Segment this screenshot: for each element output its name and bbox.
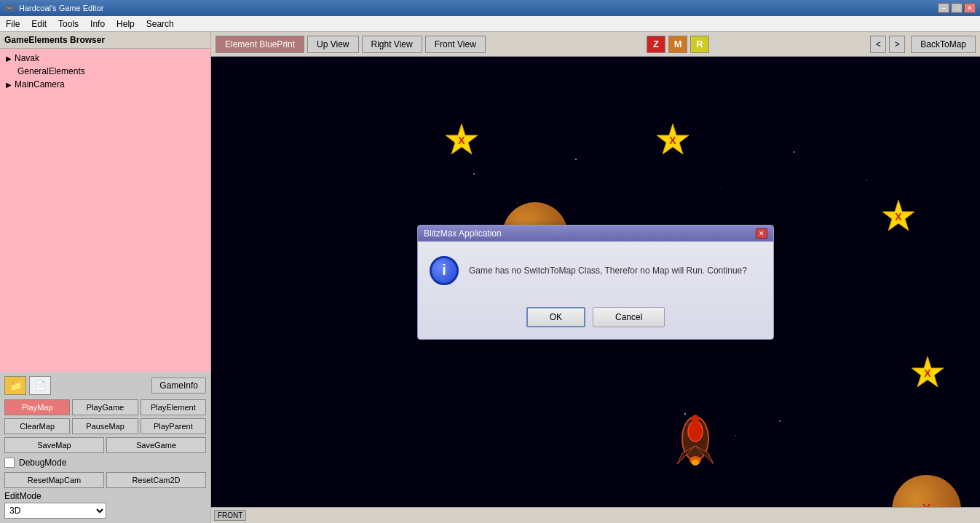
dialog-title-bar: BlitzMax Application ✕ <box>418 225 773 241</box>
sidebar-bottom: 📁 📄 GameInfo PlayMap PlayGame PlayElemen… <box>0 372 210 523</box>
tree-arrow-maincamera: ▶ <box>6 81 12 89</box>
folder-icon-button[interactable]: 📁 <box>4 376 26 395</box>
sidebar-header: GameElements Browser <box>0 32 210 49</box>
reset-row: ResetMapCam ResetCam2D <box>4 472 206 488</box>
tree-label-maincamera: MainCamera <box>15 79 65 89</box>
r-button[interactable]: R <box>690 36 709 53</box>
playgame-button[interactable]: PlayGame <box>72 399 138 415</box>
tree-area: ▶ Navak GeneralElements ▶ MainCamera <box>0 49 210 372</box>
tree-label-navak: Navak <box>15 53 39 63</box>
z-button[interactable]: Z <box>647 36 665 53</box>
backtomap-button[interactable]: BackToMap <box>911 36 976 53</box>
dialog-buttons: OK Cancel <box>418 300 773 339</box>
menu-bar: File Edit Tools Info Help Search <box>0 16 980 32</box>
menu-tools[interactable]: Tools <box>52 17 84 31</box>
close-button[interactable]: ✕ <box>964 3 976 13</box>
editmode-label: EditMode <box>4 491 206 501</box>
tree-arrow-navak: ▶ <box>6 55 12 63</box>
tree-item-maincamera[interactable]: ▶ MainCamera <box>3 78 208 91</box>
menu-search[interactable]: Search <box>141 17 180 31</box>
right-view-button[interactable]: Right View <box>362 36 422 53</box>
front-view-button[interactable]: Front View <box>425 36 486 53</box>
maximize-button[interactable]: □ <box>951 3 963 13</box>
front-badge: FRONT <box>214 510 246 521</box>
savegame-button[interactable]: SaveGame <box>106 437 206 453</box>
app-icon: 🎮 <box>4 4 15 13</box>
dialog: BlitzMax Application ✕ i Game has no Swi… <box>417 225 774 340</box>
btn-row-3: SaveMap SaveGame <box>4 437 206 453</box>
editmode-row: EditMode 3D 2D <box>4 491 206 519</box>
content-area: Element BluePrint Up View Right View Fro… <box>211 32 980 523</box>
icon-row: 📁 📄 GameInfo <box>4 376 206 395</box>
debugmode-label: DebugMode <box>19 458 66 468</box>
bottom-strip: FRONT <box>211 507 980 523</box>
up-view-button[interactable]: Up View <box>307 36 358 53</box>
dialog-ok-button[interactable]: OK <box>526 307 585 327</box>
main-layout: GameElements Browser ▶ Navak GeneralElem… <box>0 32 980 523</box>
playparent-button[interactable]: PlayParent <box>141 418 206 434</box>
dialog-message: Game has no SwitchToMap Class, Therefor … <box>469 266 747 276</box>
menu-help[interactable]: Help <box>111 17 141 31</box>
dialog-title: BlitzMax Application <box>424 228 502 239</box>
menu-edit[interactable]: Edit <box>25 17 52 31</box>
dialog-cancel-button[interactable]: Cancel <box>593 307 665 327</box>
tree-item-generalelements[interactable]: GeneralElements <box>3 65 208 78</box>
menu-file[interactable]: File <box>0 17 25 31</box>
game-canvas: X X X X <box>211 57 980 507</box>
btn-row-2: ClearMap PauseMap PlayParent <box>4 418 206 434</box>
pausemap-button[interactable]: PauseMap <box>72 418 138 434</box>
m-button[interactable]: M <box>668 36 687 53</box>
title-bar-controls: ─ □ ✕ <box>938 3 976 13</box>
clearmap-button[interactable]: ClearMap <box>4 418 70 434</box>
debugmode-checkbox[interactable] <box>4 458 15 468</box>
minimize-button[interactable]: ─ <box>938 3 949 13</box>
dialog-info-icon: i <box>430 256 459 285</box>
title-bar-left: 🎮 Hardcoal's Game Editor <box>4 4 103 13</box>
dialog-body: i Game has no SwitchToMap Class, Therefo… <box>418 241 773 300</box>
app-title: Hardcoal's Game Editor <box>19 4 103 12</box>
resetmapcam-button[interactable]: ResetMapCam <box>4 472 104 488</box>
title-bar: 🎮 Hardcoal's Game Editor ─ □ ✕ <box>0 0 980 16</box>
nav-prev-button[interactable]: < <box>870 36 886 53</box>
dialog-close-button[interactable]: ✕ <box>756 228 767 239</box>
nav-next-button[interactable]: > <box>889 36 905 53</box>
playmap-button[interactable]: PlayMap <box>4 399 70 415</box>
savemap-button[interactable]: SaveMap <box>4 437 104 453</box>
resetcam2d-button[interactable]: ResetCam2D <box>106 472 206 488</box>
menu-info[interactable]: Info <box>84 17 111 31</box>
sidebar: GameElements Browser ▶ Navak GeneralElem… <box>0 32 211 523</box>
editmode-select[interactable]: 3D 2D <box>4 503 106 519</box>
playelement-button[interactable]: PlayElement <box>141 399 206 415</box>
tree-label-generalelements: GeneralElements <box>17 66 85 76</box>
dialog-overlay: BlitzMax Application ✕ i Game has no Swi… <box>211 57 980 507</box>
tree-item-navak[interactable]: ▶ Navak <box>3 52 208 65</box>
debug-row: DebugMode <box>4 456 206 469</box>
gameinfo-button[interactable]: GameInfo <box>151 378 206 394</box>
toolbar: Element BluePrint Up View Right View Fro… <box>211 32 980 57</box>
element-blueprint-button[interactable]: Element BluePrint <box>216 36 304 53</box>
btn-row-1: PlayMap PlayGame PlayElement <box>4 399 206 415</box>
doc-icon-button[interactable]: 📄 <box>29 376 51 395</box>
